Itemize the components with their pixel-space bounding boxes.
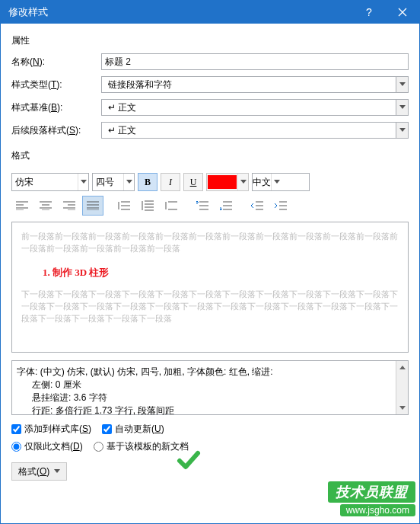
line-spacing-1-button[interactable] — [113, 196, 135, 216]
chevron-down-icon — [78, 174, 88, 190]
scroll-up-icon[interactable] — [396, 361, 408, 373]
description-box: 字体: (中文) 仿宋, (默认) 仿宋, 四号, 加粗, 字体颜色: 红色, … — [11, 360, 409, 415]
dialog-title: 修改样式 — [8, 5, 352, 19]
chevron-down-icon — [123, 174, 134, 190]
preview-before: 前一段落前一段落前一段落前一段落前一段落前一段落前一段落前一段落前一段落前一段落… — [21, 230, 399, 254]
preview-after: 下一段落下一段落下一段落下一段落下一段落下一段落下一段落下一段落下一段落下一段落… — [21, 288, 399, 324]
para-space-decrease-button[interactable] — [215, 196, 237, 216]
line-spacing-15-button[interactable] — [137, 196, 158, 216]
italic-button[interactable]: I — [161, 173, 180, 191]
style-type-select[interactable]: 链接段落和字符 — [101, 76, 409, 93]
font-select[interactable]: 仿宋 — [11, 173, 89, 191]
name-input[interactable] — [101, 53, 409, 70]
chevron-down-icon — [271, 174, 282, 190]
section-properties: 属性 — [11, 34, 409, 47]
desc-line: 左侧: 0 厘米 — [17, 379, 403, 391]
desc-line: 悬挂缩进: 3.6 字符 — [17, 391, 403, 404]
para-space-increase-button[interactable] — [192, 196, 213, 216]
lang-select[interactable]: 中文 — [252, 173, 310, 191]
scrollbar[interactable] — [396, 361, 408, 414]
close-button[interactable] — [386, 1, 419, 24]
add-to-gallery-checkbox[interactable]: 添加到样式库(S) — [11, 423, 91, 436]
template-radio[interactable]: 基于该模板的新文档 — [94, 440, 189, 453]
based-on-select[interactable]: ↵ 正文 — [101, 99, 409, 116]
font-color-button[interactable] — [206, 173, 249, 191]
section-format: 格式 — [11, 149, 409, 162]
auto-update-checkbox[interactable]: 自动更新(U) — [102, 423, 164, 436]
color-swatch — [208, 175, 237, 189]
size-select[interactable]: 四号 — [92, 173, 135, 191]
align-center-button[interactable] — [35, 196, 56, 216]
label-follow-style: 后续段落样式(S): — [11, 124, 101, 137]
underline-button[interactable]: U — [183, 173, 203, 191]
chevron-down-icon — [396, 123, 408, 138]
titlebar: 修改样式 ? — [1, 1, 419, 24]
bold-button[interactable]: B — [138, 173, 158, 191]
chevron-down-icon — [237, 174, 248, 190]
scroll-down-icon[interactable] — [396, 402, 408, 414]
indent-increase-button[interactable] — [270, 196, 291, 216]
chevron-down-icon — [396, 77, 408, 92]
label-style-type: 样式类型(T): — [11, 78, 101, 91]
desc-line: 行距: 多倍行距 1.73 字行, 段落间距 — [17, 404, 403, 417]
follow-style-select[interactable]: ↵ 正文 — [101, 122, 409, 139]
label-name: 名称(N): — [11, 56, 101, 69]
help-button[interactable]: ? — [352, 1, 386, 24]
chevron-down-icon — [54, 469, 60, 474]
format-menu-button[interactable]: 格式(O) — [11, 462, 67, 481]
chevron-down-icon — [396, 100, 408, 115]
desc-line: 字体: (中文) 仿宋, (默认) 仿宋, 四号, 加粗, 字体颜色: 红色, … — [17, 366, 403, 379]
preview-main: 1. 制作 3D 柱形 — [21, 257, 399, 288]
label-based-on: 样式基准(B): — [11, 101, 101, 114]
this-doc-radio[interactable]: 仅限此文档(D) — [11, 440, 83, 453]
align-right-button[interactable] — [59, 196, 80, 216]
align-left-button[interactable] — [11, 196, 33, 216]
align-justify-button[interactable] — [82, 196, 103, 216]
preview-pane: 前一段落前一段落前一段落前一段落前一段落前一段落前一段落前一段落前一段落前一段落… — [11, 222, 409, 353]
line-spacing-2-button[interactable] — [161, 196, 182, 216]
indent-decrease-button[interactable] — [247, 196, 268, 216]
